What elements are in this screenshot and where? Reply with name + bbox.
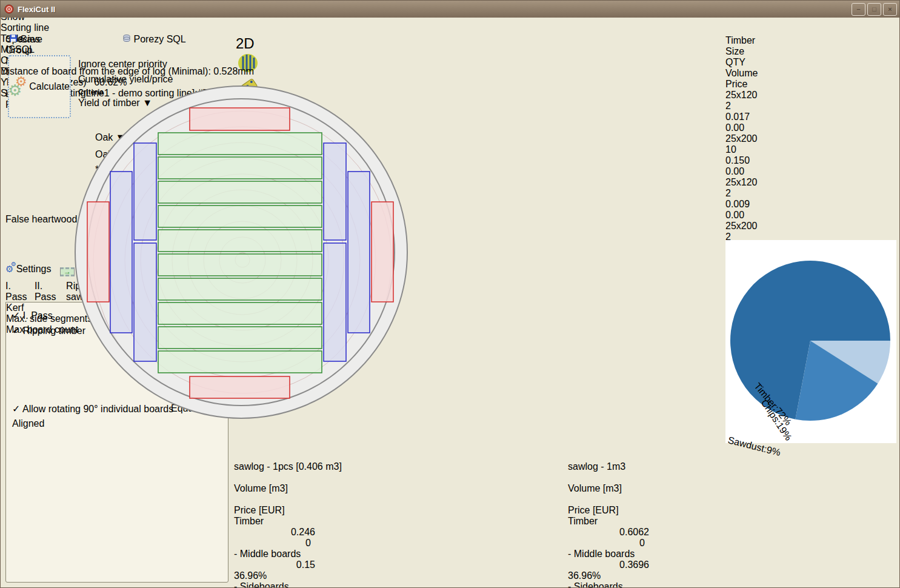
- column-header-qty[interactable]: QTY: [725, 57, 768, 68]
- cell-price: 0.00: [725, 122, 762, 133]
- save-label: Save: [20, 34, 42, 44]
- cant-board-green: [158, 278, 322, 300]
- cell-yield-bar: 36.96%: [568, 570, 648, 581]
- cell-volume: 0.009: [725, 199, 768, 210]
- application-window: FlexiCut II – □ × ResultsShowSorting lin…: [0, 0, 900, 588]
- cell-label: - Middle boards: [234, 549, 315, 560]
- report-right-table: Volume [m3] Price [EUR] Timber0.60620- M…: [568, 472, 892, 576]
- cell-label: Timber: [568, 516, 648, 527]
- yield-pie-chart: [725, 240, 895, 442]
- outer-board-red: [190, 108, 290, 130]
- maximize-button[interactable]: □: [867, 3, 881, 16]
- title-bar: FlexiCut II – □ ×: [1, 1, 900, 18]
- column-header-blank: [568, 472, 648, 483]
- porezy-sql-label: Porezy SQL: [133, 34, 185, 44]
- side-board-blue: [110, 172, 132, 333]
- cell-volume: 0.3696: [568, 560, 649, 570]
- cant-board-green: [158, 302, 322, 324]
- porezy-sql-button[interactable]: Porezy SQL: [118, 34, 227, 48]
- column-header-blank: [234, 494, 315, 505]
- cell-volume: 0.150: [725, 155, 768, 166]
- cant-board-green: [158, 327, 322, 349]
- report-left-table: Volume [m3] Price [EUR] Timber0.2460- Mi…: [234, 472, 557, 576]
- yield-percent: 36.96%: [568, 570, 601, 581]
- report-row: - Sideboards0.236623.66%: [568, 581, 892, 588]
- timber-table-header: SizeQTYVolumePrice: [725, 46, 891, 90]
- report-right-panel: sawlog - 1m3 Volume [m3] Price [EUR] Tim…: [568, 461, 898, 584]
- cell-qty: 10: [725, 144, 768, 155]
- timber-table: SizeQTYVolumePrice 25x12020.0170.0025x20…: [725, 46, 891, 228]
- app-icon: [4, 4, 14, 14]
- cell-volume: 0.017: [725, 112, 768, 122]
- cant-board-green: [158, 181, 322, 203]
- yield-pie-panel: Timber:72% Sawdust:9% Chips:19%: [725, 240, 896, 443]
- cell-label: Timber: [234, 516, 315, 527]
- log-cross-section: [1, 66, 479, 437]
- outer-board-red: [372, 202, 393, 302]
- cell-qty: 2: [725, 188, 768, 199]
- column-header-price[interactable]: Price: [725, 79, 762, 90]
- cant-board-green: [158, 133, 322, 155]
- view-tab-strip: 2D €: [236, 35, 716, 70]
- database-icon: [122, 34, 131, 42]
- report-left-title: sawlog - 1pcs [0.406 m3]: [234, 461, 563, 472]
- close-button[interactable]: ×: [883, 3, 897, 16]
- table-row[interactable]: 25x200100.1500.00: [725, 133, 891, 177]
- window-title: FlexiCut II: [18, 5, 850, 14]
- cell-price: 0.00: [725, 210, 762, 221]
- timber-panel-title: Timber: [725, 35, 896, 46]
- report-table-header: Volume [m3] Price [EUR]: [234, 472, 557, 516]
- minimize-button[interactable]: –: [852, 3, 865, 16]
- cell-label: - Middle boards: [568, 549, 648, 560]
- column-header-volume-m3: Volume [m3]: [568, 483, 649, 494]
- column-header-blank: [568, 494, 648, 505]
- cell-size: 25x120: [725, 90, 768, 101]
- cell-volume: 0.246: [234, 527, 315, 538]
- outer-board-red: [87, 202, 109, 302]
- report-row: - Middle boards0.369636.96%: [568, 549, 892, 581]
- save-icon: [9, 34, 18, 42]
- table-row[interactable]: 25x12020.0170.00: [725, 90, 891, 133]
- report-table-header: Volume [m3] Price [EUR]: [568, 472, 892, 516]
- report-row: Timber0.60620: [568, 516, 892, 549]
- cell-yield-bar: 36.96%: [234, 570, 315, 581]
- column-header-price-eur: Price [EUR]: [234, 505, 311, 516]
- report-left-panel: sawlog - 1pcs [0.406 m3] Volume [m3] Pri…: [234, 461, 563, 584]
- side-board-blue: [324, 143, 346, 240]
- side-board-blue: [324, 243, 346, 361]
- cant-board-green: [158, 254, 322, 276]
- column-header-volume[interactable]: Volume: [725, 68, 768, 79]
- cell-price: 0: [234, 538, 311, 549]
- cell-price: 0: [568, 538, 645, 549]
- save-button[interactable]: Save: [5, 34, 113, 48]
- cant-board-green: [158, 230, 322, 252]
- column-header-blank: [234, 472, 315, 483]
- side-board-blue: [134, 243, 156, 361]
- cell-label: - Sideboards: [234, 581, 315, 588]
- table-row[interactable]: 25x12020.0090.00: [725, 177, 891, 221]
- cant-board-green: [158, 157, 322, 179]
- timber-panel: Timber SizeQTYVolumePrice 25x12020.0170.…: [725, 35, 896, 234]
- cell-label: - Sideboards: [568, 581, 648, 588]
- cell-price: 0.00: [725, 166, 762, 177]
- 2d-view-icon: 2D: [236, 35, 255, 52]
- cell-volume: 0.15: [234, 560, 315, 570]
- menu-sorting-line[interactable]: Sorting line: [1, 22, 899, 33]
- view-tab-2d[interactable]: 2D: [236, 35, 716, 52]
- report-row: - Sideboards0.09623.66%: [234, 581, 557, 588]
- report-row: - Middle boards0.1536.96%: [234, 549, 557, 581]
- report-row: Timber0.2460: [234, 516, 557, 549]
- cant-board-green: [158, 351, 322, 373]
- column-header-volume-m3: Volume [m3]: [234, 483, 315, 494]
- log-view-canvas[interactable]: Distance of board from the edge of log (…: [1, 66, 254, 77]
- cell-size: 25x200: [725, 221, 768, 232]
- column-header-price-eur: Price [EUR]: [568, 505, 645, 516]
- yield-percent: 36.96%: [234, 570, 267, 581]
- side-board-blue: [348, 172, 370, 333]
- outer-board-red: [190, 376, 290, 398]
- cell-volume: 0.6062: [568, 527, 649, 538]
- column-header-size[interactable]: Size: [725, 46, 768, 57]
- cell-size: 25x200: [725, 133, 768, 144]
- side-board-blue: [134, 143, 156, 240]
- cell-size: 25x120: [725, 177, 768, 188]
